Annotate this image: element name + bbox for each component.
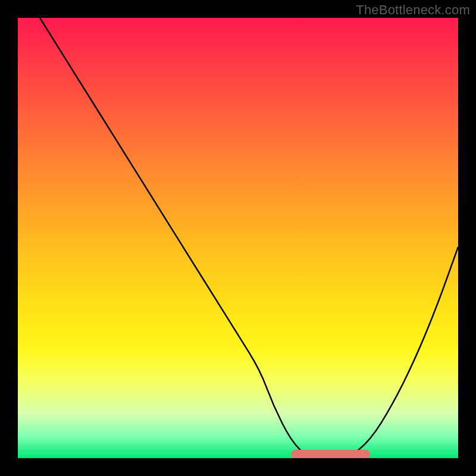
plot-area — [18, 18, 458, 458]
curve-path — [40, 18, 458, 458]
sweet-spot-band — [291, 450, 370, 458]
bottleneck-curve — [18, 18, 458, 458]
chart-frame: TheBottleneck.com — [0, 0, 476, 476]
watermark-text: TheBottleneck.com — [356, 2, 470, 18]
